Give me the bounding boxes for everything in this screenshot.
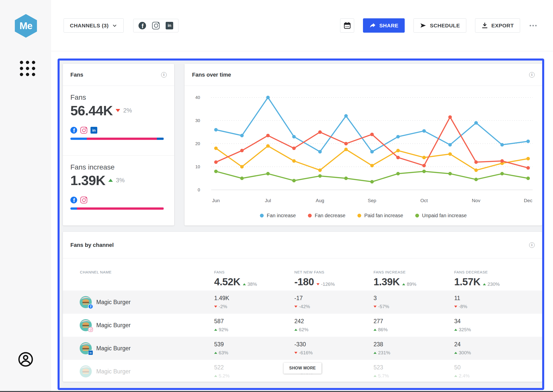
data-point	[318, 169, 322, 172]
schedule-button[interactable]: SCHEDULE	[413, 18, 466, 33]
summary-value: -180	[294, 276, 314, 288]
data-point	[448, 115, 452, 119]
info-icon[interactable]	[161, 72, 167, 78]
legend-dot	[415, 214, 419, 217]
instagram-icon[interactable]	[152, 22, 160, 29]
trend-up-icon	[294, 329, 297, 331]
data-point	[396, 172, 400, 176]
data-point	[396, 156, 400, 159]
data-point	[422, 164, 426, 167]
column-header[interactable]: FANS DECREASE	[454, 270, 542, 274]
chart-legend: Fan increase Fan decrease Paid fan incre…	[185, 213, 542, 218]
legend-item[interactable]: Fan increase	[260, 213, 296, 218]
channel-name: Magic Burger	[96, 322, 131, 329]
more-options-icon[interactable]	[527, 22, 539, 29]
table-card-header: Fans by channel	[63, 232, 542, 258]
cell-percent: 300%	[459, 350, 471, 356]
table-cell: -17 -42%	[294, 295, 374, 309]
table-row[interactable]: Magic Burger 587 92% 242 62% 277 86% 34 …	[63, 314, 542, 337]
summary-value: 4.52K	[214, 276, 240, 288]
cell-value: 242	[294, 318, 374, 325]
legend-item[interactable]: Paid fan increase	[357, 213, 403, 218]
trend-up-icon	[214, 352, 217, 354]
data-point	[422, 129, 426, 133]
trend-down-icon	[454, 306, 457, 308]
instagram-icon	[88, 327, 93, 332]
channel-name: Magic Burger	[96, 299, 131, 306]
facebook-icon	[70, 197, 77, 203]
legend-item[interactable]: Unpaid fan increase	[415, 213, 467, 218]
data-point	[474, 121, 478, 125]
legend-item[interactable]: Fan decrease	[308, 213, 345, 218]
y-tick: 10	[195, 164, 200, 169]
trend-down-icon	[374, 306, 377, 308]
legend-dot	[357, 214, 361, 217]
trend-up-icon	[108, 179, 113, 182]
avatar	[80, 342, 92, 354]
download-icon	[481, 22, 488, 29]
data-point	[344, 142, 348, 145]
account-icon[interactable]	[17, 351, 34, 368]
apps-grid-icon[interactable]	[20, 61, 35, 76]
cell-percent: -616%	[299, 350, 313, 356]
data-point	[474, 178, 478, 181]
instagram-icon	[80, 127, 87, 134]
table-cell: 242 62%	[294, 318, 374, 332]
column-header[interactable]: FANS INCREASE	[374, 270, 454, 274]
schedule-button-label: SCHEDULE	[430, 23, 460, 29]
channel-name-cell: Magic Burger	[63, 319, 214, 331]
metric-channel-icons	[70, 127, 167, 134]
trend-up-icon	[374, 329, 377, 331]
data-point	[214, 146, 218, 150]
show-more-button[interactable]: SHOW MORE	[284, 363, 322, 374]
table-summary: CHANNEL NAME FANS NET NEW FANS FANS INCR…	[63, 258, 542, 291]
table-cell: 24 300%	[454, 341, 542, 356]
facebook-icon[interactable]	[139, 22, 146, 29]
column-header[interactable]: FANS	[214, 270, 294, 274]
legend-label: Unpaid fan increase	[422, 213, 467, 218]
x-tick: Sep	[368, 198, 376, 203]
summary-cell: 4.52K 38%	[214, 276, 294, 288]
share-button[interactable]: SHARE	[363, 18, 405, 33]
cell-value: 34	[454, 318, 542, 325]
info-icon[interactable]	[529, 72, 535, 78]
cell-percent: -42%	[299, 304, 310, 309]
app-logo-text: Me	[20, 21, 32, 31]
column-header[interactable]: NET NEW FANS	[294, 270, 374, 274]
cell-percent: 92%	[219, 327, 228, 332]
data-point	[292, 135, 296, 138]
data-point	[266, 134, 270, 137]
cell-percent: 325%	[459, 327, 471, 332]
export-button-label: EXPORT	[491, 23, 514, 29]
data-point	[214, 160, 218, 164]
metric-value: 56.44K	[70, 103, 113, 118]
channel-badge	[88, 350, 93, 355]
chart-card-header: Fans over time	[185, 64, 542, 86]
facebook-icon	[88, 304, 93, 309]
x-tick: Jun	[212, 198, 220, 203]
cell-value: 24	[454, 341, 542, 348]
table-cell: 522 5.2%	[214, 364, 294, 379]
data-point	[448, 172, 452, 176]
table-cell: -330 -616%	[294, 341, 374, 356]
column-header[interactable]: CHANNEL NAME	[63, 270, 214, 274]
metric-channel-icons	[70, 197, 167, 203]
data-point	[266, 144, 270, 148]
linkedin-icon[interactable]	[166, 22, 173, 29]
export-button[interactable]: EXPORT	[475, 18, 520, 33]
data-point	[344, 177, 348, 180]
legend-label: Fan decrease	[315, 213, 345, 218]
app-logo[interactable]: Me	[15, 14, 37, 38]
data-point	[526, 140, 530, 143]
data-point	[396, 149, 400, 152]
data-point	[370, 180, 374, 184]
trend-up-icon	[214, 329, 217, 331]
avatar	[80, 296, 92, 308]
info-icon[interactable]	[529, 242, 535, 248]
share-icon	[369, 22, 376, 29]
table-row[interactable]: Magic Burger 539 63% -330 -616% 238 231%…	[63, 337, 542, 360]
channels-dropdown[interactable]: CHANNELS (3)	[64, 18, 124, 33]
calendar-button[interactable]	[340, 18, 354, 33]
table-row[interactable]: Magic Burger 1.49K -2% -17 -42% 3 -57% 1…	[63, 291, 542, 314]
legend-dot	[260, 214, 264, 217]
